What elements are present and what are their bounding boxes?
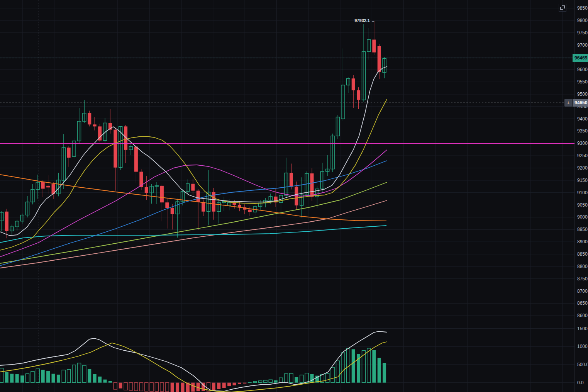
histogram-bar-down[interactable] [171, 383, 174, 392]
histogram-bar-down[interactable] [124, 383, 127, 390]
histogram-bar-down[interactable] [191, 383, 195, 392]
candle-body-down[interactable] [134, 147, 138, 172]
candle-body-down[interactable] [233, 203, 236, 205]
histogram-bar-down[interactable] [176, 383, 179, 392]
histogram-bar-up[interactable] [10, 374, 14, 383]
histogram-bar-up[interactable] [103, 380, 107, 383]
histogram-bar-up[interactable] [62, 370, 65, 382]
histogram-bar-up[interactable] [78, 363, 81, 383]
candle-body-up[interactable] [155, 186, 159, 187]
candle-body-down[interactable] [352, 78, 355, 90]
histogram-bar-up[interactable] [310, 374, 314, 382]
histogram-bar-up[interactable] [378, 358, 381, 383]
histogram-bar-up[interactable] [67, 370, 71, 383]
price-tick: 86000 [577, 313, 588, 318]
candle-body-down[interactable] [372, 40, 376, 53]
histogram-bar-up[interactable] [20, 375, 24, 382]
candlestick-chart[interactable] [0, 0, 588, 392]
maximize-icon[interactable] [559, 4, 566, 12]
histogram-bar-up[interactable] [352, 349, 355, 382]
histogram-bar-down[interactable] [227, 383, 231, 386]
histogram-bar-up[interactable] [264, 380, 267, 383]
histogram-bar-down[interactable] [114, 383, 117, 389]
histogram-bar-up[interactable] [305, 373, 308, 383]
histogram-bar-down[interactable] [129, 383, 133, 390]
histogram-bar-down[interactable] [155, 383, 159, 392]
histogram-bar-down[interactable] [212, 383, 215, 390]
histogram-bar-up[interactable] [331, 367, 334, 383]
histogram-bar-up[interactable] [300, 375, 303, 383]
histogram-bar-up[interactable] [326, 373, 329, 383]
histogram-bar-up[interactable] [98, 377, 102, 383]
high-price-annotation: 97932.1 → [340, 18, 375, 23]
candle-body-down[interactable] [41, 182, 45, 189]
histogram-bar-up[interactable] [295, 377, 298, 383]
histogram-bar-up[interactable] [269, 380, 272, 382]
histogram-bar-down[interactable] [233, 383, 236, 385]
histogram-bar-up[interactable] [26, 374, 29, 383]
histogram-bar-up[interactable] [41, 370, 45, 383]
histogram-bar-up[interactable] [93, 374, 97, 382]
candle-body-down[interactable] [88, 113, 91, 124]
candle-body-down[interactable] [114, 130, 117, 168]
histogram-bar-up[interactable] [285, 374, 288, 383]
histogram-bar-up[interactable] [108, 381, 112, 383]
candle-body-down[interactable] [171, 208, 174, 214]
trading-chart-root: 97932.1 → 985009800097500970009650096000… [0, 0, 588, 392]
histogram-bar-down[interactable] [217, 383, 220, 389]
histogram-bar-down[interactable] [222, 383, 226, 388]
candle-body-down[interactable] [290, 173, 293, 187]
candle-body-down[interactable] [248, 210, 252, 212]
histogram-bar-up[interactable] [279, 378, 283, 382]
histogram-bar-up[interactable] [15, 374, 19, 383]
candle-body-down[interactable] [93, 124, 97, 126]
histogram-bar-up[interactable] [372, 350, 376, 383]
histogram-bar-down[interactable] [145, 383, 148, 391]
histogram-bar-up[interactable] [46, 371, 50, 383]
histogram-bar-up[interactable] [88, 369, 91, 383]
histogram-bar-down[interactable] [119, 383, 122, 389]
histogram-bar-up[interactable] [5, 372, 8, 383]
candle-body-down[interactable] [191, 184, 195, 191]
histogram-bar-up[interactable] [72, 365, 76, 383]
price-tick: 92500 [577, 153, 588, 158]
histogram-bar-up[interactable] [357, 354, 360, 383]
histogram-bar-up[interactable] [57, 375, 60, 383]
candle-body-down[interactable] [357, 90, 360, 100]
add-order-plus-button[interactable]: + [564, 99, 572, 107]
candle-body-down[interactable] [67, 148, 71, 158]
histogram-bar-up[interactable] [52, 374, 55, 383]
candle-body-down[interactable] [310, 173, 314, 197]
histogram-bar-up[interactable] [83, 365, 86, 383]
histogram-bar-down[interactable] [238, 383, 241, 384]
histogram-bar-up[interactable] [253, 382, 257, 383]
histogram-bar-up[interactable] [0, 368, 3, 382]
histogram-bar-up[interactable] [336, 361, 340, 382]
histogram-bar-up[interactable] [259, 381, 262, 383]
histogram-bar-up[interactable] [383, 363, 386, 383]
candle-body-down[interactable] [160, 186, 164, 202]
candle-body-down[interactable] [145, 187, 148, 193]
histogram-bar-up[interactable] [31, 372, 34, 383]
candle-body-down[interactable] [165, 202, 169, 208]
histogram-bar-down[interactable] [139, 383, 143, 391]
candle-body-down[interactable] [378, 46, 381, 72]
histogram-bar-up[interactable] [274, 380, 278, 383]
candle-body-down[interactable] [46, 186, 50, 187]
histogram-bar-down[interactable] [165, 383, 169, 392]
histogram-bar-up[interactable] [341, 353, 345, 382]
histogram-bar-up[interactable] [290, 373, 293, 383]
candle-body-down[interactable] [197, 191, 200, 202]
histogram-bar-up[interactable] [367, 348, 371, 383]
indicator-tick: 500.0 [577, 362, 588, 367]
histogram-bar-down[interactable] [134, 383, 138, 391]
candle-body-down[interactable] [5, 212, 8, 231]
arrow-right-icon: → [371, 18, 375, 23]
histogram-bar-up[interactable] [248, 382, 252, 383]
price-tick: 91000 [577, 190, 588, 195]
histogram-bar-down[interactable] [150, 383, 153, 392]
histogram-bar-down[interactable] [181, 383, 185, 392]
candle-body-down[interactable] [202, 202, 205, 212]
histogram-bar-down[interactable] [243, 383, 246, 384]
histogram-bar-down[interactable] [160, 383, 164, 392]
